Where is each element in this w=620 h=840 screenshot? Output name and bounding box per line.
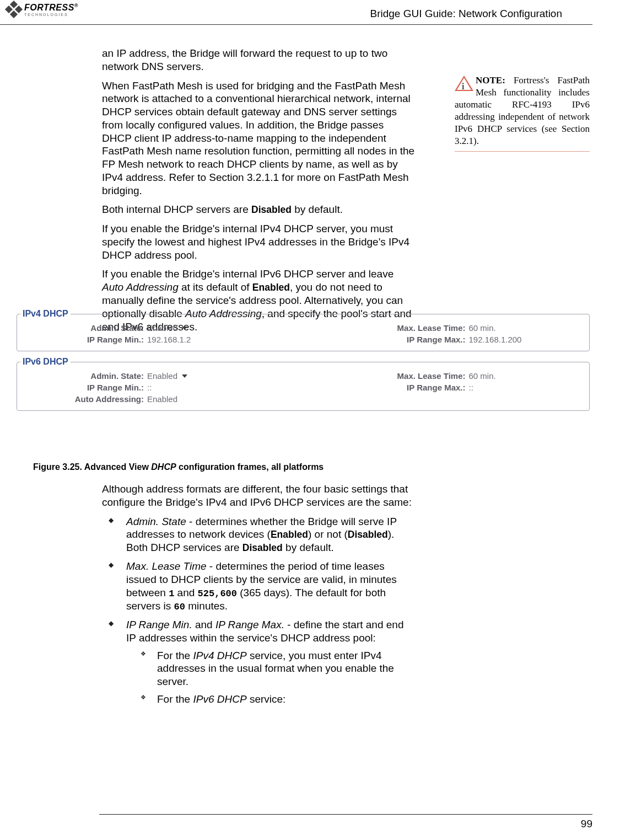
lease-time-label: Max. Lease Time: [315,323,469,333]
chevron-down-icon [182,327,187,330]
chevron-down-icon [182,374,187,378]
lease-time-label: Max. Lease Time: [315,371,469,381]
ipv4-dhcp-fieldset: IPv4 DHCP Admin. State: Enabled Max. Lea… [17,309,590,351]
note-sidebar: i NOTE: Fortress's FastPath Mesh functio… [455,74,590,152]
logo-main: FORTRESS [24,3,74,13]
note-label: NOTE: [476,75,505,85]
paragraph: If you enable the Bridge's internal IPv4… [102,222,415,261]
list-item: For the IPv4 DHCP service, you must ente… [148,649,415,688]
lease-time-value: 60 min. [469,371,496,381]
admin-state-label: Admin. State: [20,371,147,381]
page-footer: 99 [99,814,592,830]
list-item: IP Range Min. and IP Range Max. - define… [116,618,415,706]
logo-text: FORTRESS® TECHNOLOGIES [24,3,78,16]
page-header: FORTRESS® TECHNOLOGIES Bridge GUI Guide:… [0,0,592,25]
ip-range-min-label: IP Range Min.: [20,335,147,344]
list-item: Max. Lease Time - determines the period … [116,560,415,613]
ip-range-min-value: :: [147,383,152,392]
ipv6-dhcp-fieldset: IPv6 DHCP Admin. State: Enabled Max. Lea… [17,357,590,411]
figure-caption: Figure 3.25. Advanced View DHCP configur… [33,462,324,472]
ip-range-max-label: IP Range Max.: [315,335,469,344]
paragraph: an IP address, the Bridge will forward t… [102,47,415,73]
paragraph: Both internal DHCP servers are Disabled … [102,203,415,216]
paragraph: When FastPath Mesh is used for bridging … [102,79,415,197]
paragraph: Although address formats are different, … [102,483,415,509]
auto-addressing-label: Auto Addressing: [20,394,147,404]
ipv4-legend: IPv4 DHCP [20,309,71,319]
body-text-upper: an IP address, the Bridge will forward t… [102,47,415,339]
ip-range-min-label: IP Range Min.: [20,383,147,392]
logo: FORTRESS® TECHNOLOGIES [7,2,78,18]
logo-sub: TECHNOLOGIES [24,13,78,17]
auto-addressing-value: Enabled [147,394,177,404]
admin-state-dropdown[interactable]: Enabled [147,323,187,333]
note-alert-icon: i [455,76,473,92]
body-text-lower: Although address formats are different, … [102,483,415,711]
fortress-logo-icon [7,2,22,18]
list-item: Admin. State - determines whether the Br… [116,515,415,555]
page-number: 99 [581,818,592,830]
admin-state-dropdown[interactable]: Enabled [147,371,187,381]
ip-range-max-value: 192.168.1.200 [469,335,522,344]
list-item: For the IPv6 DHCP service: [148,693,415,706]
ip-range-max-value: :: [469,383,473,392]
lease-time-value: 60 min. [469,323,496,333]
ip-range-max-label: IP Range Max.: [315,383,469,392]
note-text: Fortress's FastPath Mesh functionality i… [455,75,590,146]
dhcp-screenshot: IPv4 DHCP Admin. State: Enabled Max. Lea… [17,309,590,416]
ipv6-legend: IPv6 DHCP [20,357,71,367]
header-title: Bridge GUI Guide: Network Configuration [370,8,563,20]
admin-state-label: Admin. State: [20,323,147,333]
ip-range-min-value: 192.168.1.2 [147,335,191,344]
